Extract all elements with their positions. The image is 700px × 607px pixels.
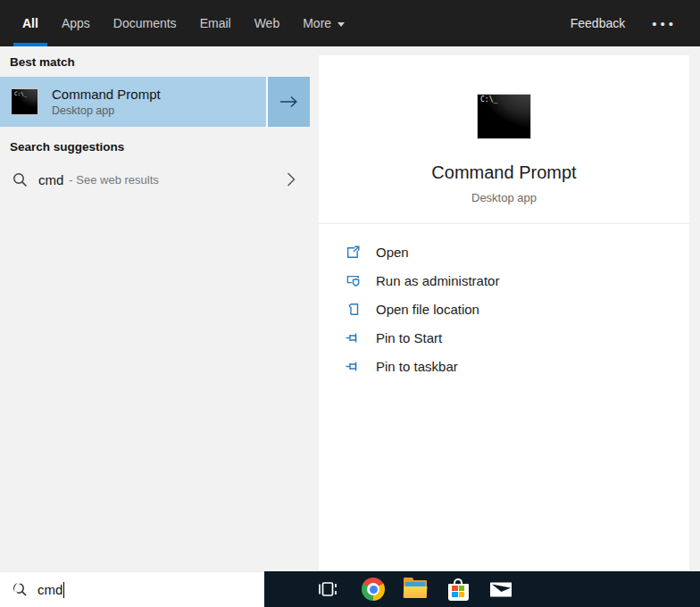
open-icon [346,245,361,260]
search-query-text: cmd [38,582,62,597]
best-match-result[interactable]: C:\_ Command Prompt Desktop app [0,77,310,127]
pin-icon [346,359,361,374]
tab-documents[interactable]: Documents [102,0,188,46]
tab-all[interactable]: All [11,0,50,46]
search-input[interactable]: cmd [0,571,264,607]
tab-email-label: Email [200,16,231,30]
suggestion-cmd-web-results[interactable]: cmd - See web results [0,159,310,200]
file-explorer-icon [404,580,427,598]
preview-subtitle: Desktop app [319,191,689,204]
run-admin-shield-icon [346,273,361,288]
feedback-button[interactable]: Feedback [571,16,625,30]
action-pin-start-label: Pin to Start [376,330,442,345]
action-run-as-administrator[interactable]: Run as administrator [346,266,680,295]
pin-icon [346,330,361,345]
action-pin-taskbar-label: Pin to taskbar [376,359,458,374]
action-pin-to-taskbar[interactable]: Pin to taskbar [346,352,680,380]
mail-icon [489,580,512,598]
text-cursor [63,582,64,598]
suggestion-hint: - See web results [69,173,158,187]
best-match-subtitle: Desktop app [52,104,161,117]
terminal-prompt-text: C:\_ [14,91,27,96]
tab-web-label: Web [254,16,280,30]
action-file-location-label: Open file location [376,302,479,317]
expand-preview-button[interactable] [266,77,310,127]
tab-all-label: All [22,16,38,30]
preview-divider [319,223,689,224]
file-explorer-button[interactable] [394,571,437,607]
preview-title: Command Prompt [319,162,689,183]
terminal-prompt-text: C:\_ [480,96,497,104]
best-match-main[interactable]: C:\_ Command Prompt Desktop app [0,77,266,127]
action-pin-to-start[interactable]: Pin to Start [346,323,680,352]
search-icon [12,172,28,187]
cortana-button[interactable] [6,571,38,607]
chrome-icon [362,578,385,601]
task-view-icon [318,580,338,598]
task-view-button[interactable] [309,571,346,607]
action-run-admin-label: Run as administrator [376,273,499,288]
action-open[interactable]: Open [346,237,680,266]
chevron-right-icon [287,171,296,187]
chevron-down-icon [338,22,345,27]
windows-search-panel: { "header": { "tabs": [ { "label": "All"… [0,0,700,607]
topbar-right: Feedback ••• [571,0,679,46]
arrow-right-icon [279,95,299,109]
command-prompt-icon: C:\_ [11,88,38,115]
results-pane: Best match C:\_ Command Prompt Desktop a… [0,46,310,571]
action-open-file-location[interactable]: Open file location [346,295,680,323]
microsoft-store-button[interactable] [437,571,479,607]
search-filter-bar: All Apps Documents Email Web More Feedba… [0,0,700,46]
more-options-icon[interactable]: ••• [652,16,679,31]
tab-web[interactable]: Web [243,0,292,46]
taskbar [264,571,700,607]
command-prompt-icon-large: C:\_ [477,94,531,139]
best-match-header: Best match [10,55,75,69]
tab-more-label: More [303,16,331,30]
tab-apps[interactable]: Apps [50,0,102,46]
tab-more[interactable]: More [291,0,356,46]
action-open-label: Open [376,245,409,260]
search-suggestions-header: Search suggestions [10,140,124,154]
tab-email[interactable]: Email [188,0,243,46]
chrome-button[interactable] [352,571,395,607]
preview-panel: C:\_ Command Prompt Desktop app Open [319,55,689,571]
context-actions: Open Run as administrator [346,237,680,380]
cortana-icon [14,581,31,598]
mail-button[interactable] [479,571,522,607]
tab-apps-label: Apps [62,16,90,30]
microsoft-store-icon [447,578,470,601]
file-location-icon [346,302,361,317]
best-match-title: Command Prompt [52,87,161,102]
best-match-text: Command Prompt Desktop app [52,87,161,117]
suggestion-query: cmd [38,172,63,187]
tab-documents-label: Documents [113,16,177,30]
